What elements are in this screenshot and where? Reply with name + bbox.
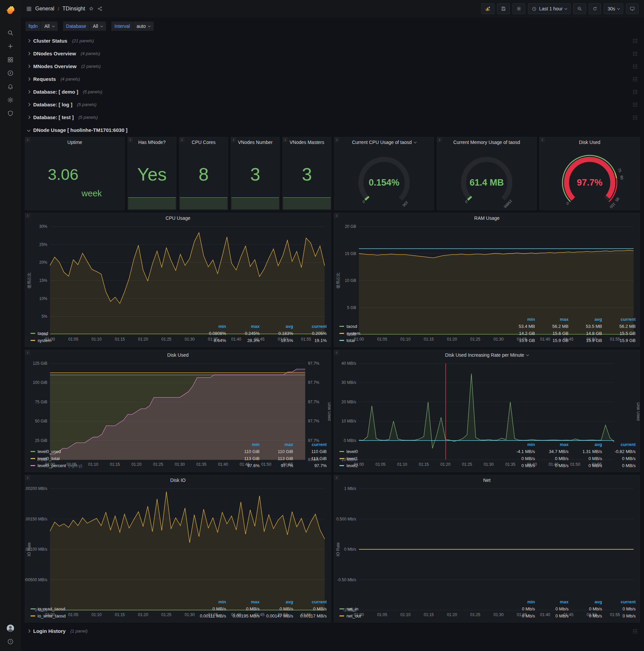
dashboard-row-requests[interactable]: Requests (4 panels) xyxy=(25,73,640,85)
chart-area[interactable]: 0 MB5 GB10 GB15 GB20 GB01:0001:0501:1001… xyxy=(334,223,640,315)
legend-series[interactable]: level0_total xyxy=(31,456,226,461)
dashboard-row-mnodes-overview[interactable]: MNodes Overview (2 panels) xyxy=(25,60,640,72)
configuration-gear-icon[interactable] xyxy=(3,93,18,107)
legend-series[interactable]: level0_percent(right-y) xyxy=(31,463,226,468)
panel-info-icon[interactable]: i xyxy=(334,350,339,355)
refresh-interval-picker[interactable]: 30s xyxy=(604,3,623,14)
legend-series[interactable]: net_out xyxy=(340,613,502,618)
panel-title[interactable]: Disk IO xyxy=(25,475,331,485)
legend-series[interactable]: level0_used xyxy=(31,449,226,454)
panel-info-icon[interactable]: i xyxy=(25,213,30,218)
row-drag-handle[interactable] xyxy=(633,77,637,81)
legend-series[interactable]: taosd xyxy=(340,324,502,329)
row-drag-handle[interactable] xyxy=(633,102,637,107)
panel-title[interactable]: Current Memory Usage of taosd xyxy=(437,137,536,147)
chart-area[interactable]: -1 Mb/s-0.50 Mb/s0 Mb/s0.500 Mb/s1 Mb/s0… xyxy=(334,485,640,598)
panel-title[interactable]: Uptime xyxy=(25,137,124,147)
legend-series[interactable]: net_in xyxy=(340,607,502,611)
share-icon[interactable] xyxy=(97,6,103,11)
panel-title[interactable]: RAM Usage xyxy=(334,213,640,223)
panel-info-icon[interactable]: i xyxy=(25,475,30,480)
series-name: io_read_taosd xyxy=(38,607,65,611)
user-avatar[interactable] xyxy=(3,621,18,635)
panel-title[interactable]: Current CPU Usage of taosd xyxy=(334,137,434,147)
variable-value-dropdown[interactable]: All xyxy=(90,22,106,31)
panel-info-icon[interactable]: i xyxy=(25,137,30,142)
cycle-view-button[interactable] xyxy=(626,3,639,14)
breadcrumb-section[interactable]: General xyxy=(35,6,54,12)
svg-text:使用占比: 使用占比 xyxy=(336,273,341,288)
chart-area[interactable]: 0%5%10%15%20%25%30%01:0001:0501:1001:150… xyxy=(25,223,331,322)
panel-title[interactable]: VNodes Masters xyxy=(283,137,331,147)
panel-title[interactable]: Disk Used Increasing Rate per Minute xyxy=(334,350,640,360)
legend-header: minmaxcurrent xyxy=(31,441,327,448)
zoom-out-button[interactable] xyxy=(573,3,586,14)
time-range-picker[interactable]: Last 1 hour xyxy=(528,3,571,14)
help-icon[interactable]: ? xyxy=(3,635,18,648)
panel-net: i Net -1 Mb/s-0.50 Mb/s0 Mb/s0.500 Mb/s1… xyxy=(334,475,640,622)
panel-info-icon[interactable]: i xyxy=(334,137,340,142)
chart-area[interactable]: 0 GiB97.6%25 GiB97.7%50 GiB97.7%75 GiB97… xyxy=(25,360,331,440)
row-drag-handle[interactable] xyxy=(633,64,637,68)
legend-series[interactable]: level1 xyxy=(340,456,502,461)
add-panel-button[interactable] xyxy=(481,3,494,14)
panel-uptime: i Uptime 3.06week xyxy=(25,137,125,210)
save-dashboard-button[interactable] xyxy=(497,3,510,14)
panel-title[interactable]: Has MNode? xyxy=(128,137,176,147)
explore-compass-icon[interactable] xyxy=(3,66,18,80)
panel-info-icon[interactable]: i xyxy=(283,137,288,142)
dashboards-icon[interactable] xyxy=(3,53,18,66)
variable-value-dropdown[interactable]: All xyxy=(41,22,58,31)
row-drag-handle[interactable] xyxy=(633,115,637,120)
panel-info-icon[interactable]: i xyxy=(231,137,236,142)
dashboard-row-database-test[interactable]: Database: [ test ] (5 panels) xyxy=(25,112,640,123)
row-drag-handle[interactable] xyxy=(633,39,637,43)
panel-info-icon[interactable]: i xyxy=(540,137,545,142)
panel-title[interactable]: Net xyxy=(334,475,640,485)
legend-series[interactable]: level2 xyxy=(340,463,502,468)
variable-value-dropdown[interactable]: auto xyxy=(133,22,154,31)
grafana-logo[interactable] xyxy=(3,3,18,18)
legend-series[interactable]: system xyxy=(340,331,502,336)
chart-area[interactable]: -10 MB/s0 MB/s10 MB/s20 MB/s30 MB/s40 MB… xyxy=(334,360,640,440)
row-drag-handle[interactable] xyxy=(633,629,637,633)
refresh-button[interactable] xyxy=(589,3,601,14)
panel-title[interactable]: Disk Used xyxy=(25,350,331,360)
dashboard-row-dnodes-overview[interactable]: DNodes Overview (4 panels) xyxy=(25,48,640,59)
row-drag-handle[interactable] xyxy=(633,90,637,94)
breadcrumb-title[interactable]: TDinsight xyxy=(62,6,85,12)
legend-series[interactable]: total xyxy=(340,338,502,343)
search-icon[interactable] xyxy=(3,26,18,40)
panel-title[interactable]: CPU Usage xyxy=(25,213,331,223)
chart-legend-host: minmaxavgcurrenttaosd0.0808%0.245%0.183%… xyxy=(25,322,331,347)
panel-info-icon[interactable]: i xyxy=(334,213,339,218)
panel-info-icon[interactable]: i xyxy=(437,137,442,142)
dashboard-row-dnode-usage[interactable]: DNode Usage [ huolinhe-TM1701:6030 ] xyxy=(25,124,640,135)
dashboard-settings-button[interactable] xyxy=(513,3,525,14)
row-drag-handle[interactable] xyxy=(633,51,637,56)
row-title: Database: [ test ] xyxy=(33,115,74,120)
panel-title[interactable]: Disk Used xyxy=(540,137,640,147)
panel-info-icon[interactable]: i xyxy=(334,475,339,480)
legend-value: 56.2 MB xyxy=(535,324,569,329)
legend-value: 0 Mb/s xyxy=(602,607,636,611)
panel-title[interactable]: VNodes Number xyxy=(231,137,280,147)
legend-series[interactable]: io_write_taosd xyxy=(31,613,193,618)
create-icon[interactable] xyxy=(3,40,18,53)
legend-series[interactable]: level0 xyxy=(340,449,502,454)
panel-info-icon[interactable]: i xyxy=(180,137,185,142)
dashboard-row-database-log[interactable]: Database: [ log ] (5 panels) xyxy=(25,99,640,110)
legend-series[interactable]: system xyxy=(31,338,193,343)
panel-info-icon[interactable]: i xyxy=(128,137,133,142)
panel-info-icon[interactable]: i xyxy=(25,350,30,355)
chart-area[interactable]: 0 MB/s0.000500 MB/s0.00100 MB/s0.00150 M… xyxy=(25,485,331,598)
dashboard-row-cluster-status[interactable]: Cluster Status (21 panels) xyxy=(25,35,640,46)
server-admin-shield-icon[interactable] xyxy=(3,107,18,120)
alerting-bell-icon[interactable] xyxy=(3,80,18,93)
legend-series[interactable]: io_read_taosd xyxy=(31,607,193,611)
star-icon[interactable] xyxy=(89,6,94,11)
panel-title[interactable]: CPU Cores xyxy=(180,137,228,147)
dashboard-row-database-demo[interactable]: Database: [ demo ] (5 panels) xyxy=(25,86,640,97)
dashboard-row-login-history[interactable]: Login History (1 panel) xyxy=(25,625,640,637)
legend-series[interactable]: taosd xyxy=(31,331,193,336)
